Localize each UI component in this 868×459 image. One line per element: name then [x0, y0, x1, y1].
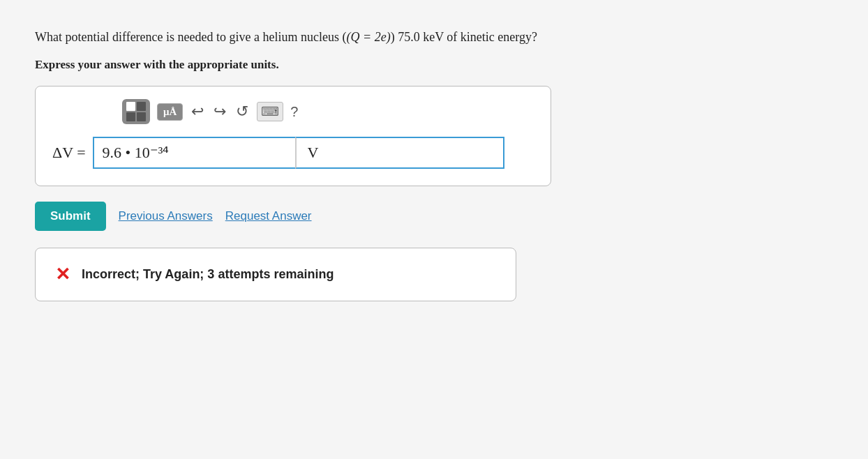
unit-button[interactable]: μÅ: [157, 103, 183, 121]
previous-answers-button[interactable]: Previous Answers: [119, 209, 213, 223]
actions-row: Submit Previous Answers Request Answer: [35, 202, 833, 231]
input-row: ΔV =: [52, 137, 534, 169]
feedback-text: Incorrect; Try Again; 3 attempts remaini…: [82, 267, 334, 282]
toolbar: μÅ ↩ ↪ ↺ ⌨ ?: [52, 99, 534, 124]
undo-icon[interactable]: ↩: [190, 103, 205, 121]
request-answer-button[interactable]: Request Answer: [225, 209, 312, 223]
unit-input[interactable]: [295, 137, 504, 169]
feedback-box: ✕ Incorrect; Try Again; 3 attempts remai…: [35, 248, 516, 301]
redo-icon[interactable]: ↪: [212, 103, 227, 121]
sq3: [126, 112, 135, 121]
value-input[interactable]: [93, 137, 295, 169]
grid-icon: [126, 102, 146, 121]
sq1: [126, 102, 135, 111]
delta-v-label: ΔV =: [52, 144, 86, 162]
refresh-icon[interactable]: ↺: [234, 103, 250, 121]
help-icon[interactable]: ?: [290, 104, 298, 120]
sq2: [137, 102, 146, 111]
submit-button[interactable]: Submit: [35, 202, 106, 231]
incorrect-icon: ✕: [55, 264, 70, 285]
sq4: [137, 112, 146, 121]
question-text: What potential difference is needed to g…: [35, 28, 833, 47]
symbol-palette-button[interactable]: [122, 99, 150, 124]
unit-label: μÅ: [163, 106, 177, 118]
sub-instruction: Express your answer with the appropriate…: [35, 58, 833, 72]
answer-box: μÅ ↩ ↪ ↺ ⌨ ? ΔV =: [35, 86, 551, 186]
keyboard-icon[interactable]: ⌨: [257, 102, 283, 121]
